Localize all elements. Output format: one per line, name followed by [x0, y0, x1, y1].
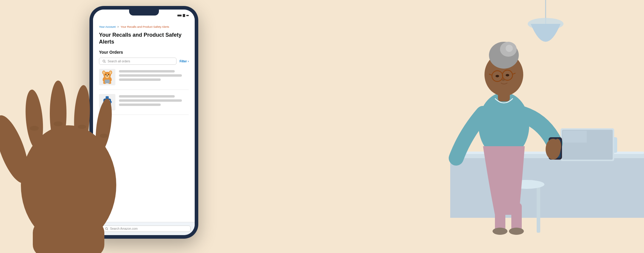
- filter-chevron-icon: ›: [188, 60, 189, 63]
- scene: Your Account > Your Recalls and Product …: [0, 0, 644, 253]
- orders-section-title: Your Orders: [99, 50, 189, 55]
- page-title: Your Recalls and Product Safety Alerts: [99, 32, 189, 45]
- svg-point-37: [54, 121, 63, 126]
- phone-notch: [129, 10, 159, 16]
- svg-rect-2: [186, 15, 189, 16]
- breadcrumb-account[interactable]: Your Account: [99, 25, 116, 28]
- svg-point-32: [50, 81, 66, 146]
- svg-point-65: [496, 75, 499, 77]
- svg-rect-1: [183, 14, 185, 17]
- hand-illustration: [0, 60, 155, 253]
- svg-point-39: [100, 134, 108, 138]
- breadcrumb: Your Account > Your Recalls and Product …: [99, 25, 189, 29]
- svg-rect-0: [177, 15, 182, 16]
- svg-rect-46: [537, 185, 540, 233]
- svg-point-66: [506, 74, 509, 76]
- scene-illustration: [286, 0, 644, 253]
- right-scene: [286, 0, 644, 253]
- svg-point-76: [509, 228, 524, 235]
- svg-point-67: [502, 79, 505, 81]
- svg-rect-35: [33, 221, 104, 253]
- svg-point-38: [78, 125, 86, 129]
- svg-rect-53: [563, 131, 587, 143]
- svg-rect-43: [450, 158, 644, 218]
- breadcrumb-separator: >: [117, 25, 120, 28]
- svg-point-59: [506, 45, 513, 52]
- breadcrumb-current[interactable]: Your Recalls and Product Safety Alerts: [120, 25, 169, 28]
- svg-point-75: [493, 228, 507, 235]
- svg-point-72: [554, 139, 561, 154]
- filter-button[interactable]: Filter ›: [179, 60, 189, 63]
- svg-point-36: [30, 126, 39, 131]
- filter-label: Filter: [179, 60, 187, 63]
- status-icons: [177, 14, 189, 17]
